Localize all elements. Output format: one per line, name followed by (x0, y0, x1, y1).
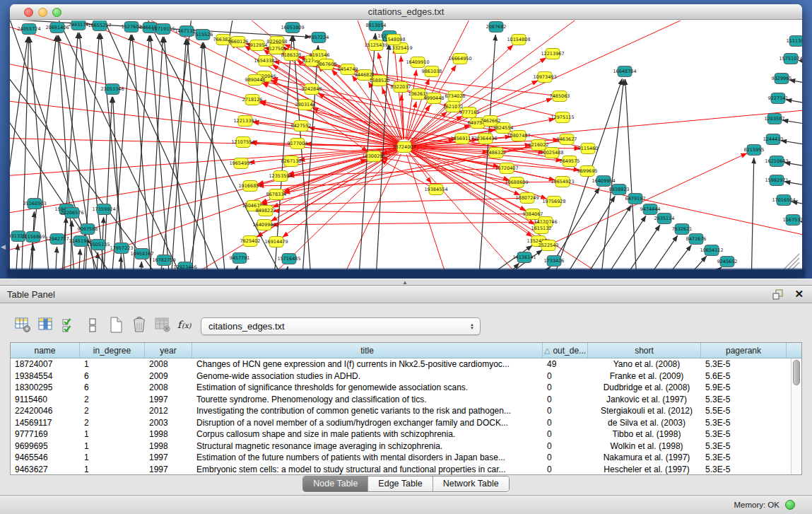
show-columns-button[interactable] (36, 315, 56, 334)
tab-node-table[interactable]: Node Table (303, 477, 368, 491)
table-scrollbar[interactable] (791, 358, 801, 474)
graph-node[interactable]: 16664950 (448, 54, 471, 64)
table-row[interactable]: 911546021997Tourette syndrome. Phenomeno… (11, 394, 791, 406)
graph-node[interactable]: 2522543 (539, 240, 559, 251)
network-canvas[interactable]: 2405572420691406249317410655257152760284… (10, 21, 802, 274)
network-window[interactable]: citations_edges.txt 240557242069140624 (10, 4, 802, 274)
graph-node[interactable]: 15992971 (765, 175, 788, 186)
graph-node[interactable]: 8186328 (281, 50, 302, 61)
table-row[interactable]: 969969511998Structural magnetic resonanc… (11, 440, 791, 452)
table-row[interactable]: 2242004622012Investigating the contribut… (11, 405, 791, 417)
graph-node[interactable]: 2493174 (69, 21, 89, 30)
delete-table-button[interactable] (153, 315, 172, 334)
graph-node[interactable]: 12213967 (541, 49, 564, 59)
column-header-short[interactable]: short (588, 343, 701, 358)
graph-node[interactable]: 16053809 (281, 23, 304, 33)
graph-node[interactable]: 16210643 (765, 156, 788, 167)
graph-node[interactable]: 8498222 (256, 206, 276, 216)
graph-node[interactable]: 2935114 (654, 214, 675, 224)
graph-node[interactable]: 12107554 (231, 137, 254, 148)
graph-node[interactable]: 2649575 (560, 156, 580, 167)
graph-node[interactable]: 20691406 (45, 23, 69, 33)
column-header-name[interactable]: name (11, 343, 80, 358)
graph-node[interactable]: 9990448 (424, 93, 445, 104)
graph-node[interactable]: 2087682 (486, 22, 507, 33)
graph-node[interactable]: 10654112 (700, 245, 723, 256)
graph-node[interactable]: 7632621 (672, 224, 693, 235)
graph-node[interactable]: 8471676 (686, 234, 707, 245)
graph-node[interactable]: 9115460 (578, 144, 599, 154)
column-header-out_degree[interactable]: △out_de... (543, 343, 588, 358)
graph-node[interactable]: 2867608 (317, 59, 337, 70)
graph-node[interactable]: 3824554 (493, 123, 514, 134)
table-row[interactable]: 1456911722003Disruption of a novel membe… (11, 417, 791, 429)
graph-node[interactable]: 10154808 (507, 35, 530, 45)
graph-node[interactable]: 1527602 (122, 22, 142, 33)
graph-node[interactable]: 8678334 (266, 189, 287, 200)
graph-node[interactable]: 8215955 (744, 145, 765, 156)
graph-node[interactable]: 9699695 (577, 166, 598, 177)
graph-node[interactable]: 23053346 (100, 84, 124, 95)
graph-node[interactable]: 10688609 (505, 177, 528, 188)
graph-node[interactable]: 24055724 (17, 24, 40, 35)
graph-node[interactable]: 8813054 (366, 21, 387, 31)
graph-node[interactable]: 9329965 (772, 74, 792, 84)
unselect-all-button[interactable] (83, 315, 102, 334)
delete-column-button[interactable] (129, 315, 149, 334)
column-header-year[interactable]: year (145, 343, 192, 358)
graph-node[interactable]: 1615132 (531, 223, 552, 234)
graph-node[interactable]: 17016504 (772, 195, 795, 206)
graph-node[interactable]: 12975115 (551, 112, 574, 123)
graph-node[interactable]: 1588520 (370, 76, 390, 86)
graph-node[interactable]: 15716485 (277, 254, 300, 264)
graph-node[interactable]: 6734028 (445, 91, 466, 102)
graph-node[interactable]: 17359924 (92, 204, 115, 215)
graph-node[interactable]: 2803144 (295, 100, 316, 110)
table-selector-dropdown[interactable]: citations_edges.txt ▲▼ (201, 317, 481, 335)
graph-node[interactable]: 7857224 (309, 33, 329, 43)
graph-node[interactable]: 10807487 (507, 131, 530, 141)
memory-status-led[interactable] (785, 500, 795, 510)
graph-node[interactable]: 20364436 (473, 134, 497, 144)
graph-node[interactable]: 14136141 (512, 252, 536, 263)
graph-node[interactable]: 2718126 (242, 95, 263, 105)
graph-node[interactable]: 15751074 (779, 54, 802, 64)
graph-node[interactable]: 10655257 (88, 21, 111, 31)
graph-node[interactable]: 16409910 (406, 57, 429, 68)
graph-node[interactable]: 9660126 (228, 37, 249, 47)
graph-node[interactable]: 1203587 (765, 114, 785, 124)
graph-node[interactable]: 12213393 (233, 116, 257, 127)
float-panel-icon[interactable] (772, 289, 784, 300)
graph-node[interactable]: 9890448 (245, 75, 266, 86)
graph-node[interactable]: 1167533 (783, 215, 802, 226)
graph-node[interactable]: 9227341 (768, 93, 789, 104)
tab-network-table[interactable]: Network Table (433, 477, 509, 491)
graph-node[interactable]: 9242848 (302, 84, 322, 95)
graph-node[interactable]: 16914479 (264, 237, 288, 247)
new-column-button[interactable] (106, 315, 126, 334)
graph-node[interactable]: 9861038 (422, 66, 442, 77)
graph-node[interactable]: 8427552 (291, 121, 312, 132)
graph-node[interactable]: 19384554 (424, 185, 447, 195)
graph-node[interactable]: 16648784 (613, 66, 636, 77)
graph-node[interactable]: 12353594 (269, 171, 292, 182)
graph-node[interactable]: 1111304 (787, 36, 802, 47)
graph-node[interactable]: 6479197 (625, 194, 646, 204)
graph-node[interactable]: 15720407 (495, 163, 518, 174)
table-row[interactable]: 1938455462009Genome-wide association stu… (11, 370, 791, 382)
select-all-button[interactable] (59, 315, 79, 334)
graph-node[interactable]: 9474444 (640, 204, 661, 215)
graph-node[interactable]: 12923446 (173, 262, 196, 273)
graph-node[interactable]: 19756928 (542, 197, 565, 207)
table-row[interactable]: 946362711997Embryonic stem cells: a mode… (11, 464, 791, 475)
table-row[interactable]: 1872400712008Changes of HCN gene express… (11, 358, 791, 370)
table-mode-button[interactable] (13, 315, 33, 334)
graph-node[interactable]: 9463627 (557, 134, 577, 145)
column-header-pagerank[interactable]: pagerank (701, 343, 787, 358)
graph-node[interactable]: 7485063 (550, 91, 570, 102)
graph-node[interactable]: 8938923 (609, 185, 630, 195)
function-builder-button[interactable]: f(x) (176, 315, 196, 334)
graph-node[interactable]: 5912954 (247, 40, 268, 51)
column-header-in_degree[interactable]: in_degree (80, 343, 145, 358)
graph-node[interactable]: 7486322 (486, 148, 507, 158)
